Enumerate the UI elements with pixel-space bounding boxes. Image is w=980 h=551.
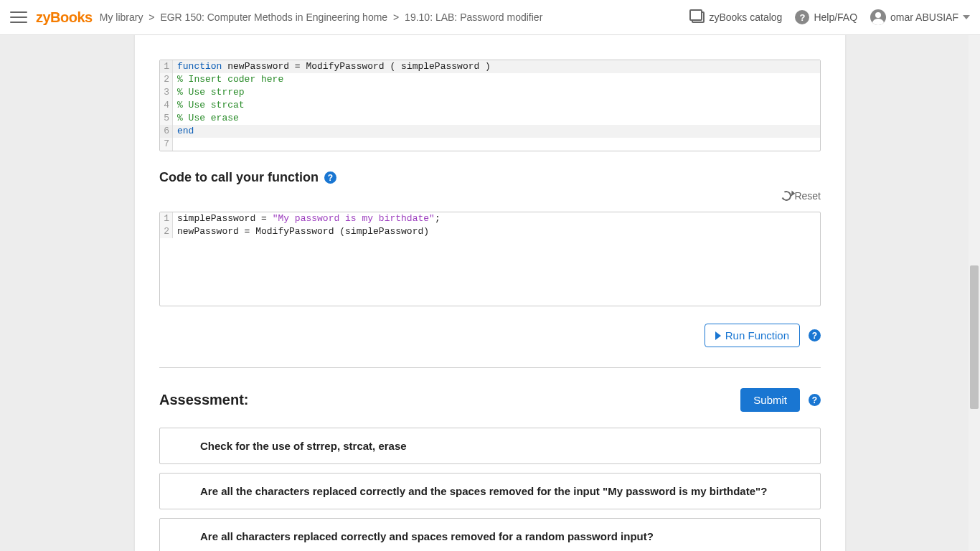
reset-icon: [780, 189, 793, 202]
code-line[interactable]: 6end: [160, 125, 820, 138]
line-number: 2: [160, 225, 173, 238]
code-line[interactable]: 1simplePassword = "My password is my bir…: [160, 212, 820, 225]
code-text[interactable]: % Use strcat: [173, 99, 820, 112]
catalog-link[interactable]: zyBooks catalog: [692, 11, 782, 23]
code-text[interactable]: end: [173, 125, 820, 138]
catalog-label: zyBooks catalog: [709, 11, 782, 23]
code-text[interactable]: % Use strrep: [173, 86, 820, 99]
page-container: 1function newPassword = ModifyPassword (…: [135, 0, 845, 551]
function-editor[interactable]: 1function newPassword = ModifyPassword (…: [159, 60, 821, 151]
line-number: 1: [160, 60, 173, 73]
code-text[interactable]: newPassword = ModifyPassword (simplePass…: [173, 225, 820, 238]
zybooks-logo[interactable]: zyBooks: [36, 9, 93, 26]
breadcrumb[interactable]: My library > EGR 150: Computer Methods i…: [100, 11, 692, 23]
assessment-item[interactable]: Check for the use of strrep, strcat, era…: [159, 428, 821, 464]
code-text[interactable]: % Insert coder here: [173, 73, 820, 86]
breadcrumb-item[interactable]: EGR 150: Computer Methods in Engineering…: [160, 11, 387, 23]
help-label: Help/FAQ: [814, 11, 857, 23]
menu-icon[interactable]: [10, 9, 27, 26]
assessment-list: Check for the use of strrep, strcat, era…: [159, 428, 821, 551]
code-line[interactable]: 4% Use strcat: [160, 99, 820, 112]
header-right: zyBooks catalog ? Help/FAQ omar ABUSIAF: [692, 9, 970, 25]
breadcrumb-separator: >: [393, 11, 399, 23]
line-number: 1: [160, 212, 173, 225]
help-icon[interactable]: ?: [324, 171, 336, 184]
help-icon[interactable]: ?: [809, 394, 821, 406]
top-header: zyBooks My library > EGR 150: Computer M…: [0, 0, 980, 35]
help-icon: ?: [795, 10, 809, 24]
assessment-item[interactable]: Are all the characters replaced correctl…: [159, 473, 821, 509]
assessment-title: Assessment:: [159, 392, 249, 408]
section-divider: [159, 367, 821, 368]
run-row: Run Function ?: [159, 324, 821, 347]
chevron-down-icon: [963, 15, 970, 19]
call-editor[interactable]: 1simplePassword = "My password is my bir…: [159, 212, 821, 306]
reset-button[interactable]: Reset: [781, 190, 821, 202]
submit-button[interactable]: Submit: [740, 388, 800, 412]
play-icon: [715, 331, 721, 340]
book-icon: [692, 11, 705, 23]
call-section-title: Code to call your function ?: [159, 170, 781, 185]
avatar-icon: [870, 9, 886, 25]
help-link[interactable]: ? Help/FAQ: [795, 10, 857, 24]
vertical-scrollbar[interactable]: [969, 0, 980, 551]
code-text[interactable]: % Use erase: [173, 112, 820, 125]
line-number: 5: [160, 112, 173, 125]
line-number: 6: [160, 125, 173, 138]
code-line[interactable]: 3% Use strrep: [160, 86, 820, 99]
code-line[interactable]: 2newPassword = ModifyPassword (simplePas…: [160, 225, 820, 238]
line-number: 4: [160, 99, 173, 112]
user-menu[interactable]: omar ABUSIAF: [870, 9, 970, 25]
breadcrumb-separator: >: [149, 11, 154, 23]
breadcrumb-item[interactable]: My library: [100, 11, 143, 23]
code-text[interactable]: simplePassword = "My password is my birt…: [173, 212, 820, 225]
help-icon[interactable]: ?: [809, 329, 821, 342]
assessment-item[interactable]: Are all characters replaced correctly an…: [159, 518, 821, 551]
line-number: 2: [160, 73, 173, 86]
run-function-button[interactable]: Run Function: [705, 324, 800, 347]
scrollbar-thumb[interactable]: [970, 265, 979, 409]
user-name: omar ABUSIAF: [890, 11, 958, 23]
line-number: 3: [160, 86, 173, 99]
assessment-header: Assessment: Submit ?: [159, 388, 821, 412]
breadcrumb-item[interactable]: 19.10: LAB: Password modifier: [405, 11, 542, 23]
code-text[interactable]: [173, 138, 820, 151]
code-line[interactable]: 7: [160, 138, 820, 151]
code-line[interactable]: 2% Insert coder here: [160, 73, 820, 86]
content-area: 1function newPassword = ModifyPassword (…: [135, 35, 845, 551]
reset-label: Reset: [794, 190, 821, 202]
line-number: 7: [160, 138, 173, 151]
run-label: Run Function: [725, 329, 789, 342]
code-line[interactable]: 5% Use erase: [160, 112, 820, 125]
code-line[interactable]: 1function newPassword = ModifyPassword (…: [160, 60, 820, 73]
code-text[interactable]: function newPassword = ModifyPassword ( …: [173, 60, 820, 73]
